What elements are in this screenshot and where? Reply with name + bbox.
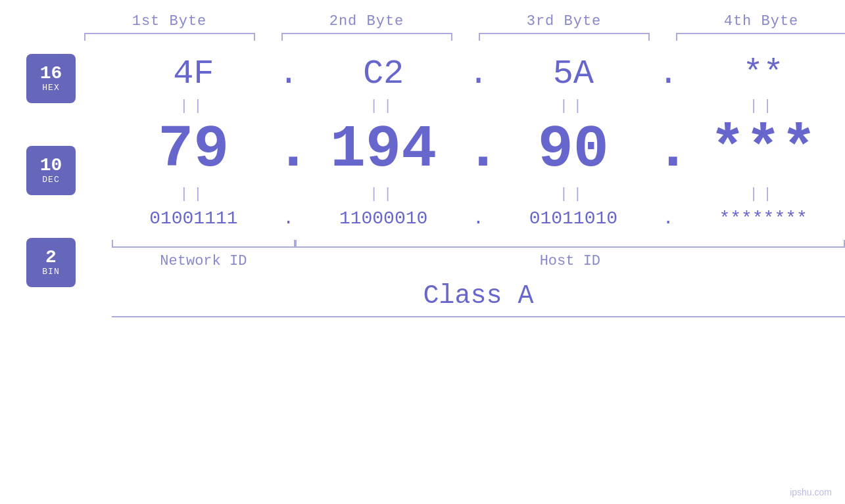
bracket-2 — [268, 33, 466, 41]
values-grid: 4F . C2 . 5A . ** || || || || 79 — [112, 54, 845, 317]
eq2-4: || — [681, 186, 845, 202]
dec-badge-label: DEC — [42, 175, 59, 185]
eq2-1: || — [112, 186, 276, 202]
eq2-2: || — [302, 186, 466, 202]
byte-label-3: 3rd Byte — [466, 13, 663, 30]
badges-column: 16 HEX 10 DEC 2 BIN — [26, 54, 92, 323]
dot-bin-1: . — [276, 208, 302, 229]
bracket-3 — [466, 33, 663, 41]
network-id-label: Network ID — [112, 253, 295, 269]
hex-badge-num: 16 — [40, 64, 62, 83]
bin-badge-label: BIN — [42, 267, 59, 277]
bracket-4 — [663, 33, 846, 41]
dot-dec-1: . — [276, 118, 302, 183]
dot-dec-2: . — [466, 118, 492, 183]
eq1-4: || — [681, 98, 845, 114]
dot-hex-3: . — [655, 54, 681, 95]
dot-bin-3: . — [655, 208, 681, 229]
equals-row-1: || || || || — [112, 95, 845, 118]
bin-val-3: 01011010 — [492, 206, 656, 231]
dot-hex-2: . — [466, 54, 492, 95]
bin-val-2: 11000010 — [302, 206, 466, 231]
bracket-line-1 — [84, 33, 255, 41]
hex-row: 4F . C2 . 5A . ** — [112, 54, 845, 95]
dec-val-2: 194 — [302, 118, 466, 183]
byte-label-2: 2nd Byte — [268, 13, 466, 30]
bin-badge-num: 2 — [45, 248, 57, 267]
class-line: Class A — [112, 281, 845, 317]
watermark: ipshu.com — [790, 487, 832, 497]
host-bracket — [295, 240, 845, 248]
dot-bin-2: . — [466, 208, 492, 229]
bottom-brackets — [112, 240, 845, 248]
hex-badge-label: HEX — [42, 83, 59, 93]
eq1-1: || — [112, 98, 276, 114]
dec-val-4: *** — [681, 118, 845, 183]
byte-label-1: 1st Byte — [71, 13, 268, 30]
network-bracket — [112, 240, 295, 248]
dot-hex-1: . — [276, 54, 302, 95]
dec-badge: 10 DEC — [26, 146, 76, 195]
bin-val-4: ******** — [681, 206, 845, 231]
class-label: Class A — [112, 281, 845, 316]
content-area: 16 HEX 10 DEC 2 BIN 4F . C2 . 5A . ** — [0, 54, 845, 323]
dec-val-1: 79 — [112, 118, 276, 183]
bin-val-1: 01001111 — [112, 206, 276, 231]
equals-row-2: || || || || — [112, 183, 845, 206]
dec-badge-num: 10 — [40, 156, 62, 175]
byte-label-4: 4th Byte — [663, 13, 846, 30]
bottom-section: Network ID Host ID — [112, 240, 845, 269]
byte-labels-row: 1st Byte 2nd Byte 3rd Byte 4th Byte — [71, 13, 846, 30]
hex-val-4: ** — [681, 54, 845, 95]
bottom-labels: Network ID Host ID — [112, 253, 845, 269]
eq1-3: || — [492, 98, 656, 114]
bin-row: 01001111 . 11000010 . 01011010 . *******… — [112, 206, 845, 231]
eq2-3: || — [492, 186, 656, 202]
bracket-line-4 — [676, 33, 846, 41]
host-id-label: Host ID — [295, 253, 845, 269]
hex-val-2: C2 — [302, 54, 466, 95]
hex-val-1: 4F — [112, 54, 276, 95]
hex-val-3: 5A — [492, 54, 656, 95]
dec-val-3: 90 — [492, 118, 656, 183]
bin-badge: 2 BIN — [26, 238, 76, 287]
bracket-1 — [71, 33, 268, 41]
bracket-line-3 — [479, 33, 650, 41]
eq1-2: || — [302, 98, 466, 114]
main-container: 1st Byte 2nd Byte 3rd Byte 4th Byte 16 H… — [0, 0, 845, 504]
dot-dec-3: . — [655, 118, 681, 183]
hex-badge: 16 HEX — [26, 54, 76, 103]
bracket-line-2 — [281, 33, 452, 41]
top-brackets — [71, 33, 846, 41]
dec-row: 79 . 194 . 90 . *** — [112, 118, 845, 183]
